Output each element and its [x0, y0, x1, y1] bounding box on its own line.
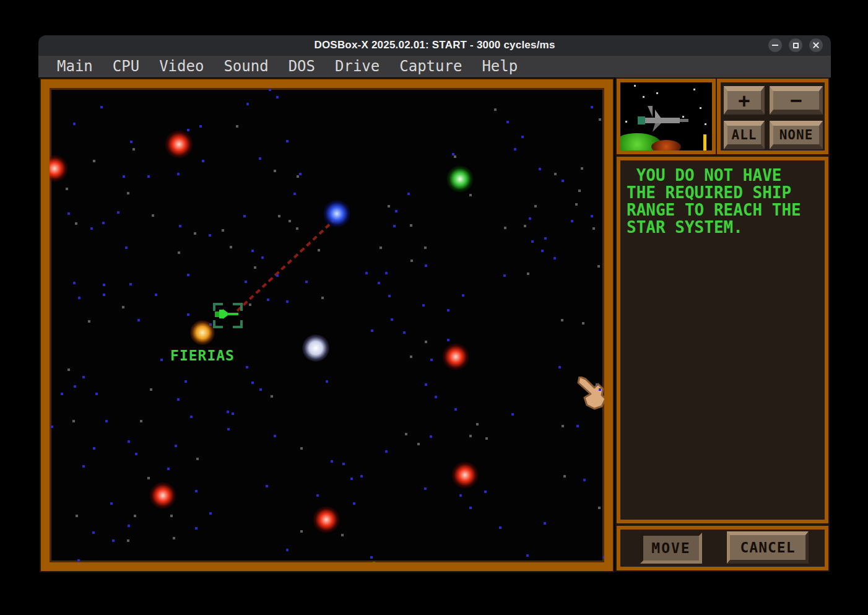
background-star	[90, 227, 93, 230]
background-star	[269, 89, 271, 91]
background-star	[318, 249, 320, 251]
menu-item-sound[interactable]: Sound	[214, 56, 278, 77]
background-star	[469, 507, 472, 509]
minimap-star	[625, 121, 627, 123]
titlebar[interactable]: DOSBox-X 2025.02.01: START - 3000 cycles…	[38, 35, 831, 56]
background-star	[506, 121, 509, 123]
star-red[interactable]	[451, 461, 479, 489]
background-star	[417, 443, 420, 445]
background-star	[410, 224, 412, 227]
star-system-label: FIERIAS	[170, 347, 235, 364]
background-star	[243, 215, 246, 217]
star-red[interactable]	[165, 130, 193, 159]
background-star	[103, 284, 105, 286]
menu-item-capture[interactable]: Capture	[389, 56, 472, 77]
background-star	[105, 420, 108, 422]
star-red[interactable]	[313, 506, 340, 533]
background-star	[135, 453, 137, 455]
background-star	[177, 398, 180, 401]
window-title: DOSBox-X 2025.02.01: START - 3000 cycles…	[38, 39, 831, 51]
menu-item-main[interactable]: Main	[47, 56, 103, 77]
minimap-viewport	[620, 82, 712, 150]
none-button[interactable]: NONE	[770, 121, 823, 149]
background-star	[276, 96, 279, 98]
minus-button[interactable]: −	[770, 86, 823, 115]
background-star	[132, 148, 135, 150]
background-star	[73, 282, 76, 284]
background-star	[261, 256, 264, 259]
star-red[interactable]	[149, 482, 176, 509]
background-star	[77, 559, 80, 562]
background-star	[227, 428, 230, 430]
background-star	[571, 220, 573, 222]
background-star	[123, 175, 125, 178]
background-star	[251, 382, 254, 384]
move-button[interactable]: MOVE	[640, 533, 702, 564]
background-star	[155, 294, 157, 296]
background-star	[76, 515, 78, 517]
star-green[interactable]	[446, 165, 474, 193]
close-icon[interactable]	[809, 38, 823, 52]
background-star	[249, 303, 251, 306]
background-star	[578, 190, 581, 192]
background-star	[259, 157, 261, 160]
cancel-button[interactable]: CANCEL	[727, 531, 809, 564]
background-star	[95, 393, 98, 395]
plus-button[interactable]: +	[724, 86, 765, 115]
background-star	[187, 313, 189, 316]
background-star	[190, 416, 193, 418]
background-star	[341, 534, 344, 536]
background-star	[592, 227, 595, 230]
background-star	[122, 306, 124, 308]
maximize-icon[interactable]	[789, 38, 802, 52]
background-star	[407, 193, 410, 195]
background-star	[196, 458, 199, 460]
background-star	[187, 129, 189, 131]
all-button[interactable]: ALL	[724, 121, 765, 149]
background-star	[66, 188, 68, 190]
background-star	[78, 297, 80, 299]
background-star	[127, 539, 129, 542]
menu-item-cpu[interactable]: CPU	[103, 56, 149, 77]
background-star	[103, 294, 105, 296]
background-star	[110, 502, 113, 505]
menu-item-dos[interactable]: DOS	[279, 56, 325, 77]
background-star	[531, 240, 534, 243]
star-red[interactable]	[50, 155, 68, 182]
hand-cursor-icon	[577, 377, 604, 415]
background-star	[128, 440, 130, 443]
minimap-star	[705, 123, 706, 125]
background-star	[425, 341, 427, 343]
background-star	[300, 530, 303, 533]
background-star	[596, 383, 598, 386]
background-star	[286, 549, 289, 551]
menu-item-video[interactable]: Video	[149, 56, 214, 77]
background-star	[558, 366, 561, 369]
background-star	[173, 537, 175, 539]
background-star	[447, 309, 449, 312]
minimap-frame	[617, 79, 716, 154]
starfield[interactable]: FIERIAS	[50, 88, 604, 562]
player-ship-icon[interactable]	[215, 308, 240, 320]
background-star	[227, 411, 229, 413]
minimap-star	[656, 92, 658, 94]
background-star	[598, 507, 601, 509]
background-star	[447, 339, 449, 341]
background-star	[316, 494, 319, 497]
menu-item-help[interactable]: Help	[472, 56, 527, 77]
background-star	[271, 395, 273, 398]
star-blue[interactable]	[323, 200, 350, 227]
minimize-icon[interactable]	[768, 38, 782, 52]
background-star	[524, 225, 526, 227]
background-star	[504, 227, 506, 229]
background-star	[395, 210, 397, 212]
background-star	[160, 359, 163, 361]
background-star	[274, 435, 276, 437]
menu-item-drive[interactable]: Drive	[325, 56, 389, 77]
star-orange[interactable]	[190, 320, 215, 345]
minimap-flame-icon	[651, 140, 681, 150]
background-star	[67, 369, 70, 371]
star-white[interactable]	[302, 334, 329, 362]
star-red[interactable]	[442, 343, 469, 370]
background-star	[82, 376, 85, 378]
